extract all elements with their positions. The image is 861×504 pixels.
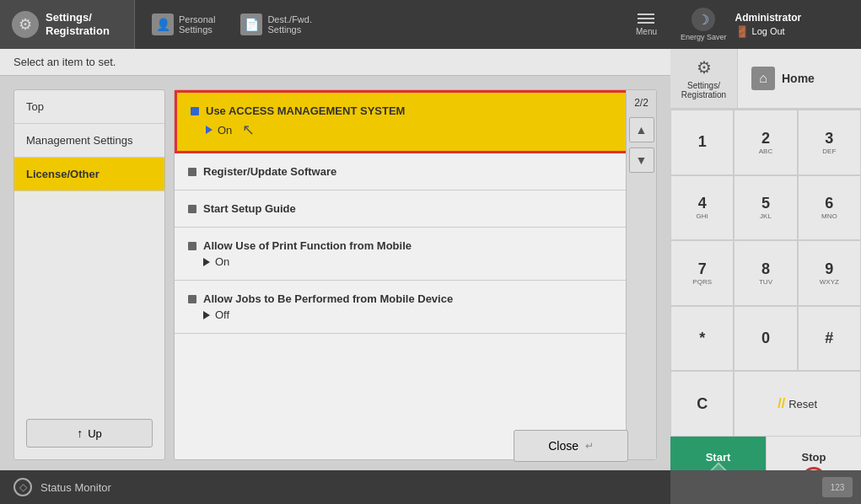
cursor-indicator: ↖ (242, 121, 255, 139)
tab-dest-fwd-label: Dest./Fwd.Settings (267, 14, 312, 35)
close-button-area: Close ↵ (514, 430, 628, 462)
scroll-down-button[interactable]: ▼ (629, 147, 654, 173)
menu-label: Menu (636, 27, 657, 36)
nav-item-management-settings[interactable]: Management Settings (14, 124, 164, 158)
settings-item-title-4: Allow Use of Print Function from Mobile (188, 239, 643, 252)
nav-up-button[interactable]: ↑ Up (26, 419, 153, 448)
num-key-4[interactable]: 4 GHI (670, 175, 734, 241)
num-key-3[interactable]: 3 DEF (798, 110, 861, 175)
scroll-down-icon: ▼ (636, 153, 648, 167)
energy-saver-label: Energy Saver (681, 33, 727, 41)
logout-icon: 🚪 (735, 25, 749, 38)
bullet-icon-5 (188, 295, 196, 303)
page-indicator: 2/2 (631, 90, 652, 115)
status-monitor-icon: ◇ (13, 478, 32, 496)
num-key-asterisk[interactable]: * (670, 306, 734, 372)
settings-item-use-access-management[interactable]: Use ACCESS MANAGEMENT SYSTEM On ↖ (175, 90, 656, 153)
nav-item-license-other[interactable]: License/Other (14, 158, 164, 191)
dest-fwd-icon: 📄 (240, 13, 262, 35)
settings-item-register-software[interactable]: Register/Update Software (175, 153, 656, 190)
settings-item-title-5: Allow Jobs to Be Performed from Mobile D… (188, 292, 643, 305)
select-item-bar: Select an item to set. (0, 49, 670, 76)
reset-label: Reset (788, 398, 817, 410)
settings-gear-icon: ⚙ (697, 57, 712, 78)
home-label: Home (782, 72, 815, 85)
play-icon (206, 126, 213, 134)
stop-label: Stop (802, 451, 826, 464)
settings-item-title-2: Register/Update Software (188, 165, 643, 178)
num-key-7[interactable]: 7 PQRS (670, 240, 734, 306)
settings-registration-label: Settings/ Registration (681, 81, 726, 99)
admin-name: Administrator (735, 12, 802, 24)
moon-icon: ☽ (691, 8, 715, 31)
personal-settings-icon: 👤 (152, 13, 174, 35)
settings-registration-header: ⚙ Settings/ Registration (0, 0, 135, 49)
tab-dest-fwd[interactable]: 📄 Dest./Fwd.Settings (232, 8, 320, 40)
play-icon-5 (203, 311, 210, 319)
header-title: Settings/ Registration (46, 11, 110, 37)
menu-lines-icon (638, 13, 654, 24)
settings-item-start-setup-guide[interactable]: Start Setup Guide (175, 190, 656, 228)
num-key-6[interactable]: 6 MNO (798, 175, 861, 241)
numpad: 1 2 ABC 3 DEF 4 GHI 5 JKL 6 MNO 7 PQRS 8 (670, 110, 861, 437)
right-header: ☽ Energy Saver Administrator 🚪 Log Out (670, 0, 861, 49)
keyboard-icon[interactable]: 123 (822, 477, 853, 497)
settings-item-sub-4: On (203, 255, 643, 268)
settings-item-title-3: Start Setup Guide (188, 202, 643, 215)
bullet-icon-2 (188, 168, 196, 176)
bullet-icon-3 (188, 205, 196, 213)
left-nav: Top Management Settings License/Other ↑ … (13, 89, 165, 460)
home-icon: ⌂ (751, 67, 775, 90)
settings-item-allow-jobs-mobile[interactable]: Allow Jobs to Be Performed from Mobile D… (175, 281, 656, 334)
num-key-reset[interactable]: // Reset (734, 371, 861, 437)
status-monitor-label: Status Monitor (40, 481, 111, 494)
bottom-right: 123 (670, 470, 861, 504)
num-key-9[interactable]: 9 WXYZ (798, 240, 861, 306)
close-icon: ↵ (585, 440, 594, 452)
settings-item-allow-print-mobile[interactable]: Allow Use of Print Function from Mobile … (175, 228, 656, 281)
settings-registration-button[interactable]: ⚙ Settings/ Registration (670, 49, 738, 109)
num-key-1[interactable]: 1 (670, 110, 734, 175)
num-key-c[interactable]: C (670, 371, 734, 437)
top-tabs: 👤 PersonalSettings 📄 Dest./Fwd.Settings (135, 0, 622, 49)
tab-personal-settings[interactable]: 👤 PersonalSettings (143, 8, 223, 40)
num-key-0[interactable]: 0 (734, 306, 797, 372)
settings-panel: Use ACCESS MANAGEMENT SYSTEM On ↖ Regist… (174, 89, 657, 460)
select-item-label: Select an item to set. (13, 56, 116, 68)
settings-item-sub-5: Off (203, 308, 643, 321)
close-label: Close (548, 439, 578, 453)
right-panel-top: ⚙ Settings/ Registration ⌂ Home (670, 49, 861, 110)
logout-label: Log Out (752, 26, 785, 36)
home-button[interactable]: ⌂ Home (738, 49, 861, 109)
settings-item-title: Use ACCESS MANAGEMENT SYSTEM (191, 105, 640, 117)
settings-item-sub: On ↖ (206, 121, 640, 139)
num-key-8[interactable]: 8 TUV (734, 240, 797, 306)
menu-button[interactable]: Menu (622, 0, 670, 49)
reset-slash-icon: // (778, 396, 785, 411)
content-area: Top Management Settings License/Other ↑ … (13, 89, 657, 460)
main-container: Select an item to set. Top Management Se… (0, 49, 670, 504)
right-panel: ⚙ Settings/ Registration ⌂ Home 1 2 ABC … (670, 49, 861, 504)
status-bar: ◇ Status Monitor (0, 470, 670, 504)
c-label: C (697, 395, 708, 413)
tab-personal-label: PersonalSettings (179, 14, 215, 35)
play-icon-4 (203, 258, 210, 266)
num-key-hash[interactable]: # (798, 306, 861, 372)
bullet-icon-4 (188, 242, 196, 250)
logout-button[interactable]: 🚪 Log Out (735, 25, 802, 38)
close-button[interactable]: Close ↵ (514, 430, 628, 462)
nav-item-top[interactable]: Top (14, 90, 164, 124)
admin-section: Administrator 🚪 Log Out (735, 12, 802, 38)
bullet-icon (191, 107, 199, 115)
scroll-up-button[interactable]: ▲ (629, 117, 654, 142)
energy-saver-button[interactable]: ☽ Energy Saver (681, 8, 727, 41)
up-button-label: Up (88, 427, 102, 440)
gear-icon: ⚙ (12, 11, 39, 38)
num-key-5[interactable]: 5 JKL (734, 175, 797, 241)
scroll-up-icon: ▲ (636, 123, 648, 137)
num-key-2[interactable]: 2 ABC (734, 110, 797, 175)
scroll-area: 2/2 ▲ ▼ (626, 90, 656, 459)
up-arrow-icon: ↑ (77, 426, 83, 440)
